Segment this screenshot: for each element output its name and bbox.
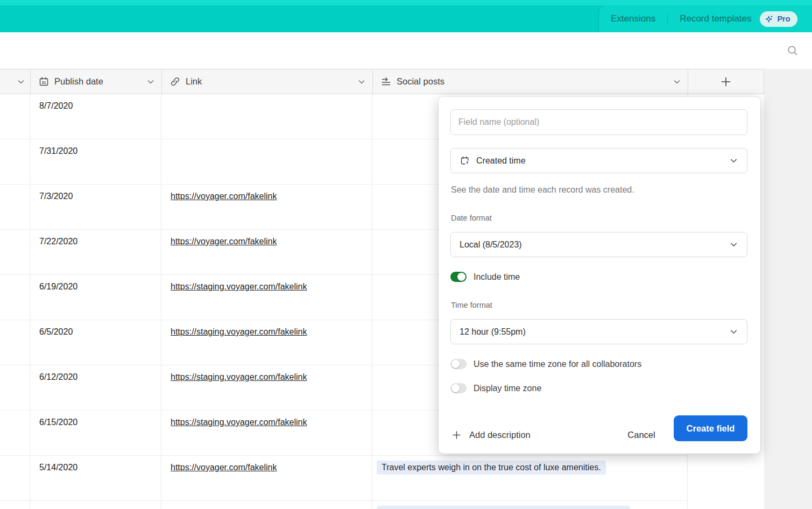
link-value[interactable]: https://voyager.com/fakelink bbox=[171, 237, 277, 246]
pro-badge[interactable]: Pro bbox=[760, 11, 797, 27]
nav-divider bbox=[667, 13, 668, 24]
field-type-select[interactable]: Created time bbox=[450, 148, 747, 173]
row-handle-cell[interactable] bbox=[0, 411, 30, 455]
social-post-chip[interactable]: Hidden fees and added charges: what to k… bbox=[377, 506, 630, 509]
social-posts-cell[interactable]: Travel experts weigh in on the true cost… bbox=[372, 456, 688, 500]
date-format-select[interactable]: Local (8/5/2023) bbox=[450, 232, 747, 257]
top-app-bar: Extensions Record templates Pro bbox=[0, 0, 812, 32]
add-description-label: Add description bbox=[469, 430, 531, 440]
plus-icon bbox=[720, 76, 732, 88]
pro-badge-label: Pro bbox=[777, 15, 790, 23]
column-header-previous[interactable] bbox=[0, 69, 30, 94]
row-handle-cell[interactable] bbox=[0, 185, 30, 229]
add-field-button[interactable] bbox=[688, 69, 764, 94]
column-header-link[interactable]: Link bbox=[161, 69, 372, 94]
publish-date-cell[interactable]: 6/15/2020 bbox=[30, 411, 161, 455]
include-time-label: Include time bbox=[474, 272, 520, 282]
publish-date-cell[interactable]: 8/7/2020 bbox=[30, 94, 161, 139]
publish-date-value: 6/5/2020 bbox=[39, 327, 73, 336]
right-gutter bbox=[764, 69, 812, 509]
link-cell[interactable]: https://voyager.com/fakelink bbox=[161, 230, 372, 274]
same-timezone-label: Use the same time zone for all collabora… bbox=[474, 359, 641, 369]
row-handle-cell[interactable] bbox=[0, 456, 30, 500]
publish-date-cell[interactable]: 7/3/2020 bbox=[30, 185, 161, 229]
top-nav-panel: Extensions Record templates Pro bbox=[599, 5, 812, 32]
create-field-dialog: Created time See the date and time each … bbox=[439, 97, 760, 454]
link-cell[interactable]: https://voyager.com/fakelink bbox=[161, 456, 372, 500]
chevron-down-icon[interactable] bbox=[673, 77, 681, 86]
display-timezone-toggle[interactable] bbox=[450, 383, 467, 393]
publish-date-cell[interactable] bbox=[30, 501, 161, 509]
display-timezone-label: Display time zone bbox=[474, 384, 541, 393]
search-button[interactable] bbox=[786, 44, 799, 57]
link-value[interactable]: https://voyager.com/fakelink bbox=[171, 463, 277, 472]
add-description-button[interactable]: Add description bbox=[451, 422, 531, 448]
column-header-publish-date[interactable]: 31 Publish date bbox=[30, 69, 161, 94]
publish-date-value: 7/22/2020 bbox=[39, 237, 77, 246]
link-value[interactable]: https://staging.voyager.com/fakelink bbox=[171, 282, 307, 291]
row-handle-cell[interactable] bbox=[0, 94, 30, 139]
row-handle-cell[interactable] bbox=[0, 501, 30, 509]
field-name-input[interactable] bbox=[450, 109, 747, 135]
link-cell[interactable] bbox=[161, 94, 372, 139]
publish-date-cell[interactable]: 7/22/2020 bbox=[30, 230, 161, 274]
cancel-button[interactable]: Cancel bbox=[620, 422, 663, 448]
publish-date-value: 5/14/2020 bbox=[39, 463, 77, 472]
same-timezone-toggle[interactable] bbox=[450, 359, 467, 369]
view-toolbar bbox=[0, 32, 812, 69]
link-value[interactable]: https://voyager.com/fakelink bbox=[171, 192, 277, 201]
column-header-social-posts[interactable]: Social posts bbox=[372, 69, 688, 94]
publish-date-value: 8/7/2020 bbox=[39, 101, 73, 110]
date-format-value: Local (8/5/2023) bbox=[460, 240, 522, 250]
social-posts-cell[interactable]: Hidden fees and added charges: what to k… bbox=[372, 501, 688, 509]
link-cell[interactable]: https://staging.voyager.com/fakelink bbox=[161, 320, 372, 365]
publish-date-value: 6/19/2020 bbox=[39, 282, 77, 291]
row-handle-cell[interactable] bbox=[0, 320, 30, 365]
chevron-down-icon[interactable] bbox=[357, 77, 366, 86]
field-type-description: See the date and time each record was cr… bbox=[451, 185, 634, 195]
calendar-bolt-icon bbox=[460, 155, 470, 166]
link-value[interactable]: https://staging.voyager.com/fakelink bbox=[171, 372, 307, 381]
link-cell[interactable]: https://voyager.com/fakelink bbox=[161, 185, 372, 229]
link-cell[interactable] bbox=[161, 501, 372, 509]
svg-text:31: 31 bbox=[42, 81, 46, 84]
publish-date-value: 6/15/2020 bbox=[39, 418, 77, 427]
publish-date-cell[interactable]: 6/5/2020 bbox=[30, 320, 161, 365]
chevron-down-icon[interactable] bbox=[17, 77, 25, 86]
row-handle-cell[interactable] bbox=[0, 275, 30, 320]
row-handle-cell[interactable] bbox=[0, 230, 30, 274]
toggle-knob bbox=[451, 360, 460, 368]
link-cell[interactable]: https://staging.voyager.com/fakelink bbox=[161, 275, 372, 320]
time-format-select[interactable]: 12 hour (9:55pm) bbox=[450, 319, 747, 344]
chevron-down-icon bbox=[729, 240, 738, 249]
row-handle-cell[interactable] bbox=[0, 365, 30, 410]
publish-date-cell[interactable]: 6/19/2020 bbox=[30, 275, 161, 320]
publish-date-value: 7/3/2020 bbox=[39, 192, 73, 201]
publish-date-value: 6/12/2020 bbox=[39, 372, 77, 381]
top-bar-highlight-strip bbox=[0, 0, 812, 5]
display-timezone-row: Display time zone bbox=[450, 383, 541, 393]
extensions-link[interactable]: Extensions bbox=[611, 13, 655, 24]
record-templates-link[interactable]: Record templates bbox=[680, 13, 751, 24]
link-icon bbox=[170, 76, 180, 87]
toggle-knob bbox=[457, 273, 465, 281]
table-row: Hidden fees and added charges: what to k… bbox=[0, 501, 688, 509]
publish-date-cell[interactable]: 5/14/2020 bbox=[30, 456, 161, 500]
search-icon bbox=[787, 45, 799, 56]
link-cell[interactable]: https://staging.voyager.com/fakelink bbox=[161, 365, 372, 410]
chevron-down-icon bbox=[729, 327, 738, 336]
chevron-down-icon[interactable] bbox=[146, 77, 155, 86]
social-post-chip[interactable]: Travel experts weigh in on the true cost… bbox=[377, 461, 606, 475]
create-field-button[interactable]: Create field bbox=[674, 415, 747, 441]
link-value[interactable]: https://staging.voyager.com/fakelink bbox=[171, 418, 307, 427]
link-cell[interactable] bbox=[161, 139, 372, 184]
link-cell[interactable]: https://staging.voyager.com/fakelink bbox=[161, 411, 372, 455]
include-time-toggle[interactable] bbox=[450, 272, 467, 282]
table-row: 5/14/2020https://voyager.com/fakelinkTra… bbox=[0, 456, 688, 501]
publish-date-cell[interactable]: 6/12/2020 bbox=[30, 365, 161, 410]
publish-date-cell[interactable]: 7/31/2020 bbox=[30, 139, 161, 184]
link-value[interactable]: https://staging.voyager.com/fakelink bbox=[171, 327, 307, 336]
long-text-icon bbox=[381, 76, 391, 87]
row-handle-cell[interactable] bbox=[0, 139, 30, 184]
table-header-row: 31 Publish date Link Social posts bbox=[0, 69, 764, 94]
